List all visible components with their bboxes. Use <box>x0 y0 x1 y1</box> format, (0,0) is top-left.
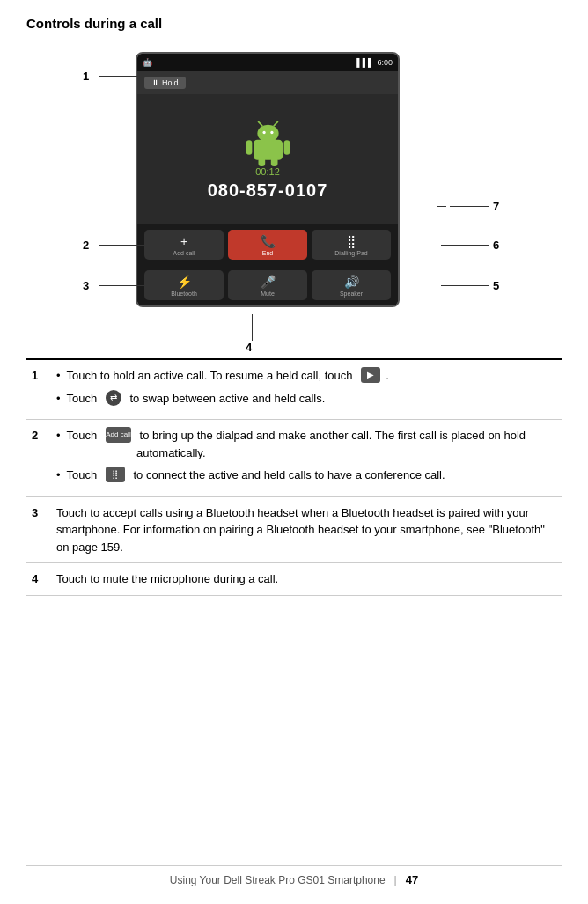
mute-btn: 🎤 Mute <box>228 270 307 300</box>
svg-rect-9 <box>270 158 277 166</box>
add-call-icon: Add call <box>106 427 131 443</box>
svg-point-1 <box>257 125 278 143</box>
bluetooth-btn: ⚡ Bluetooth <box>144 270 224 300</box>
callout-line-1 <box>99 76 204 77</box>
callout-line-7b <box>450 206 489 207</box>
status-bar: 🤖 ▌▌▌ 6:00 <box>137 54 398 71</box>
swap-icon: ⇄ <box>106 390 121 406</box>
callout-5: 5 <box>441 279 505 292</box>
callout-4: 4 <box>246 314 258 354</box>
phone-screen: 🤖 ▌▌▌ 6:00 ⏸ Hold <box>137 54 398 305</box>
svg-rect-0 <box>254 140 283 160</box>
callout-num-1: 1 <box>83 70 95 83</box>
dialling-pad-label: Dialling Pad <box>334 250 367 256</box>
callout-3: 3 <box>83 279 149 292</box>
end-call-btn: 📞 End <box>228 230 307 260</box>
row-4-content: Touch to mute the microphone during a ca… <box>51 563 562 596</box>
callout-num-2: 2 <box>83 239 95 252</box>
table-row-2: 2 Touch Add call to bring up the dialpad… <box>26 420 562 497</box>
phone-controls-row2: ⚡ Bluetooth 🎤 Mute 🔊 Speaker <box>137 265 398 305</box>
diagram-wrapper: 🤖 ▌▌▌ 6:00 ⏸ Hold <box>83 43 505 342</box>
end-label: End <box>262 250 273 256</box>
status-time: 6:00 <box>377 58 393 67</box>
mute-label: Mute <box>261 290 275 297</box>
callout-line-6 <box>441 245 489 246</box>
page-container: Controls during a call 🤖 ▌▌▌ 6:00 <box>0 0 588 622</box>
speaker-icon: 🔊 <box>344 275 359 289</box>
android-icon <box>244 118 292 166</box>
row-2-bullet-2: Touch ⣿ to connect the active and held c… <box>56 467 556 484</box>
callout-num-4: 4 <box>246 341 258 354</box>
table-row-4: 4 Touch to mute the microphone during a … <box>26 563 562 596</box>
info-table: 1 Touch to hold an active call. To resum… <box>26 359 562 596</box>
table-row-3: 3 Touch to accept calls using a Bluetoot… <box>26 496 562 563</box>
footer-text: Using Your Dell Streak Pro GS01 Smartpho… <box>170 874 386 886</box>
callout-2: 2 <box>83 239 149 252</box>
svg-point-3 <box>270 131 273 134</box>
status-android-icon: 🤖 <box>143 58 152 67</box>
merge-icon: ⣿ <box>106 467 125 482</box>
bluetooth-label: Bluetooth <box>171 290 197 297</box>
row-1-bullet-1: Touch to hold an active call. To resume … <box>56 367 556 385</box>
callout-1: 1 <box>83 70 204 83</box>
dialpad-icon: ⣿ <box>347 234 356 248</box>
table-row-1: 1 Touch to hold an active call. To resum… <box>26 360 562 420</box>
call-time: 00:12 <box>255 166 280 177</box>
row-2-bullets: Touch Add call to bring up the dialpad a… <box>56 427 556 484</box>
callout-line-7a <box>437 206 446 207</box>
signal-icon: ▌▌▌ <box>356 58 373 67</box>
call-number: 080-857-0107 <box>208 180 328 201</box>
play-icon: ▶ <box>361 367 380 383</box>
phone-mockup: 🤖 ▌▌▌ 6:00 ⏸ Hold <box>136 52 400 307</box>
svg-point-2 <box>262 131 265 134</box>
callout-6: 6 <box>441 239 505 252</box>
row-3-num: 3 <box>26 496 51 563</box>
page-title: Controls during a call <box>26 16 562 31</box>
call-area: 00:12 080-857-0107 <box>137 94 398 224</box>
end-icon: 📞 <box>261 234 276 248</box>
callout-line-2 <box>99 245 149 246</box>
add-call-btn: + Add call <box>144 230 224 260</box>
diagram-area: 🤖 ▌▌▌ 6:00 ⏸ Hold <box>26 43 562 342</box>
row-4-num: 4 <box>26 563 51 596</box>
row-1-num: 1 <box>26 360 51 420</box>
mute-icon: 🎤 <box>261 275 276 289</box>
callout-line-3 <box>99 285 149 286</box>
svg-rect-7 <box>283 140 290 155</box>
callout-num-7: 7 <box>493 200 505 213</box>
speaker-label: Speaker <box>340 290 363 297</box>
phone-controls-row1: + Add call 📞 End ⣿ Dialling Pad <box>137 224 398 265</box>
footer-pipe: | <box>394 874 397 886</box>
status-right: ▌▌▌ 6:00 <box>356 58 393 67</box>
bluetooth-icon: ⚡ <box>177 275 192 289</box>
callout-line-4 <box>252 314 253 341</box>
svg-line-5 <box>274 121 277 125</box>
row-1-bullet-2: Touch ⇄ to swap between active and held … <box>56 390 556 408</box>
add-call-label: Add call <box>173 250 195 256</box>
callout-num-3: 3 <box>83 279 95 292</box>
callout-num-6: 6 <box>493 239 505 252</box>
callout-num-5: 5 <box>493 279 505 292</box>
page-number: 47 <box>406 873 418 886</box>
row-2-bullet-1: Touch Add call to bring up the dialpad a… <box>56 427 556 461</box>
add-icon: + <box>180 234 187 248</box>
row-1-bullets: Touch to hold an active call. To resume … <box>56 367 556 407</box>
row-2-content: Touch Add call to bring up the dialpad a… <box>51 420 562 497</box>
row-1-content: Touch to hold an active call. To resume … <box>51 360 562 420</box>
dialling-pad-btn: ⣿ Dialling Pad <box>312 230 391 260</box>
svg-rect-8 <box>258 158 265 166</box>
row-3-content: Touch to accept calls using a Bluetooth … <box>51 496 562 563</box>
page-footer: Using Your Dell Streak Pro GS01 Smartpho… <box>26 865 562 886</box>
svg-rect-6 <box>246 140 252 155</box>
svg-line-4 <box>258 121 261 125</box>
callout-line-5 <box>441 285 489 286</box>
speaker-btn: 🔊 Speaker <box>312 270 391 300</box>
callout-7: 7 <box>437 200 505 213</box>
row-2-num: 2 <box>26 420 51 497</box>
